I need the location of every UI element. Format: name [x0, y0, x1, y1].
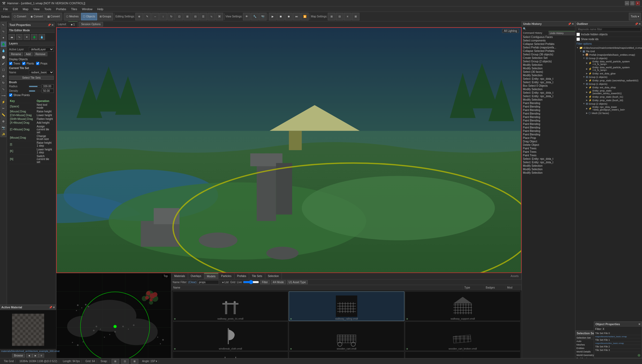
undo-item[interactable]: Paint Trees: [522, 154, 575, 157]
trees-checkbox[interactable]: [9, 62, 12, 65]
menu-tiles[interactable]: Tiles: [69, 6, 79, 12]
undo-item[interactable]: Modify Selection: [522, 164, 575, 168]
menu-view[interactable]: View: [31, 6, 42, 12]
props-checkbox-row[interactable]: Props: [36, 62, 47, 65]
undo-item[interactable]: Select Group (2 objects): [522, 60, 575, 63]
undo-item[interactable]: Box Select 0 Objects: [522, 84, 575, 88]
tool-pointer[interactable]: ↖: [1, 22, 6, 28]
main-3d-viewport[interactable]: All Lighting: [56, 27, 522, 273]
edit-tool-7[interactable]: ⊞: [184, 13, 191, 20]
outliner-close[interactable]: ✕: [639, 22, 641, 25]
convert-btn-3[interactable]: ▦ Convert: [45, 13, 62, 20]
map-tool-2[interactable]: ⊟: [336, 13, 343, 20]
edit-tool-10[interactable]: ∿: [208, 13, 215, 20]
undo-item[interactable]: Paint Trees: [522, 147, 575, 150]
undo-item[interactable]: Select Group (36 objects): [522, 53, 575, 56]
panel-pin-icon[interactable]: 📌: [48, 24, 51, 26]
edit-tool-9[interactable]: ☰: [200, 13, 207, 20]
edit-tool-11[interactable]: ⌘: [216, 13, 223, 20]
obj-props-close[interactable]: ✕: [638, 323, 640, 326]
tile-mode-btn-3[interactable]: ✦: [24, 34, 30, 40]
tree-item[interactable]: ▼⊞Group (1 objects): [575, 75, 642, 79]
command-history-tab[interactable]: Command History: [522, 31, 549, 35]
show-points-row[interactable]: Show Points: [9, 93, 54, 97]
convert-btn-2[interactable]: ◉ Convert: [29, 13, 45, 20]
tile-mode-btn-2[interactable]: ∿: [16, 34, 22, 40]
tool-brush[interactable]: ⬤: [1, 54, 6, 60]
tool-fx[interactable]: ✨: [1, 131, 6, 137]
undo-item[interactable]: Create Selection Set: [522, 56, 575, 60]
tool-entity[interactable]: ⚡: [1, 99, 6, 105]
view-tool-3[interactable]: 📷: [259, 13, 267, 20]
undo-item[interactable]: Select Contiguous Faces: [522, 35, 575, 39]
menu-help[interactable]: Help: [95, 6, 105, 12]
undo-item[interactable]: Paint Blending: [522, 122, 575, 126]
asset-tab-tilesets[interactable]: Tile Sets: [249, 273, 265, 279]
asset-walkway-posts[interactable]: walkway_posts_01.vmdl ⊕: [173, 291, 288, 321]
tree-item[interactable]: ▶⚡Entity: ent_dota_shop: [575, 86, 642, 89]
viewport-tab-main[interactable]: ■ 1: [68, 21, 78, 27]
snap-btn-3[interactable]: ⊠: [131, 359, 138, 364]
tile-mode-btn-4[interactable]: 🌲: [31, 34, 37, 40]
asset-walkway-railing[interactable]: walkway_railing.vmdl ⊕: [289, 291, 404, 321]
tool-scale[interactable]: ⤡: [1, 86, 6, 92]
minimize-button[interactable]: —: [625, 1, 629, 5]
col-badges[interactable]: Badges: [484, 286, 506, 290]
asset-tab-models[interactable]: Models: [204, 273, 218, 279]
undo-item[interactable]: Select (36 faces): [522, 70, 575, 74]
tree-item[interactable]: ▶⚡Entity: prop_static (wooden_sentry_tow…: [575, 89, 642, 95]
name-filter-input[interactable]: [197, 280, 219, 284]
thumb-size-slider[interactable]: [243, 280, 259, 284]
mode-44-btn[interactable]: 4/4 Mode: [271, 280, 286, 284]
tile-mode-btn-1[interactable]: ⛰: [9, 34, 15, 40]
plants-checkbox[interactable]: [22, 62, 25, 65]
convert-btn-1[interactable]: ⬡ Convert: [12, 13, 28, 20]
mat-nav-right[interactable]: ►: [32, 354, 39, 358]
undo-item[interactable]: Select: Entity: npc_dota_t: [522, 81, 575, 84]
filter-clear-btn[interactable]: (Clear): [188, 281, 196, 284]
add-layer-btn[interactable]: Add: [24, 52, 33, 56]
tool-water[interactable]: 💧: [1, 48, 6, 54]
undo-item[interactable]: Select: Entity: npc_dota_t: [522, 77, 575, 81]
menu-file[interactable]: File: [1, 6, 10, 12]
undo-item[interactable]: Paint Blending: [522, 119, 575, 122]
plants-checkbox-row[interactable]: Plants: [22, 62, 34, 65]
col-type[interactable]: Type: [463, 286, 484, 290]
2d-map-viewport[interactable]: Top: [56, 273, 171, 364]
tool-sculpt[interactable]: ✦: [1, 35, 6, 41]
map-tool-4[interactable]: ⊠: [352, 13, 359, 20]
tree-item[interactable]: ▶📦Prefab (maps/prefabs/basic_entities.vm…: [575, 53, 642, 56]
tool-path[interactable]: ⟿: [1, 93, 6, 98]
outliner-filter-input[interactable]: [576, 27, 641, 31]
asset-tab-prefabs[interactable]: Prefabs: [234, 273, 249, 279]
asset-windbreak-cloth[interactable]: windbreak_cloth.vmdl ⊕: [173, 321, 288, 351]
tree-item[interactable]: ▶⚡Entity: dota_world_particle_system <:6…: [575, 66, 642, 72]
view-tool-1[interactable]: 👁: [243, 13, 250, 20]
tree-item[interactable]: ▶⚡Entity: prop_static (bush_00): [575, 98, 642, 102]
asset-type-btn[interactable]: U1 Asset Type: [287, 280, 308, 284]
undo-item[interactable]: Paint Blending: [522, 101, 575, 105]
tree-item[interactable]: ▶⬡Mesh (32 faces): [575, 111, 642, 115]
undo-item[interactable]: Paint Blending: [522, 115, 575, 119]
undo-item[interactable]: Modify Selection: [522, 88, 575, 91]
edit-tool-5[interactable]: ↻: [168, 13, 175, 20]
undo-item[interactable]: Modify Selection: [522, 98, 575, 101]
asset-tab-selection[interactable]: Selection: [265, 273, 282, 279]
asset-tab-materials[interactable]: Materials: [172, 273, 188, 279]
undo-item[interactable]: Modify Selection: [522, 67, 575, 70]
undo-item[interactable]: Delete Object: [522, 143, 575, 147]
filter-btn[interactable]: Filter: [260, 280, 270, 284]
radius-input[interactable]: [42, 84, 54, 88]
include-hidden-checkbox[interactable]: [576, 33, 580, 36]
select-tile-sets-btn[interactable]: Select Tile Sets: [9, 76, 54, 80]
undo-item[interactable]: Collapse Selected Prefabs: [522, 42, 575, 46]
tree-item[interactable]: ▼⊞Group (1 objects): [575, 82, 642, 86]
view-tool-7[interactable]: ⏭: [293, 13, 301, 20]
undo-item[interactable]: Paint Blending: [522, 133, 575, 136]
list-option[interactable]: ● List: [222, 281, 229, 284]
tree-item[interactable]: ▼📁d:/dev/source2/main/content/dota/maps/…: [575, 46, 642, 50]
menu-edit[interactable]: Edit: [11, 6, 20, 12]
obj-props-add-icon[interactable]: ⊕: [637, 353, 641, 357]
show-points-checkbox[interactable]: [9, 93, 12, 97]
edit-tool-6[interactable]: ⊡: [176, 13, 183, 20]
